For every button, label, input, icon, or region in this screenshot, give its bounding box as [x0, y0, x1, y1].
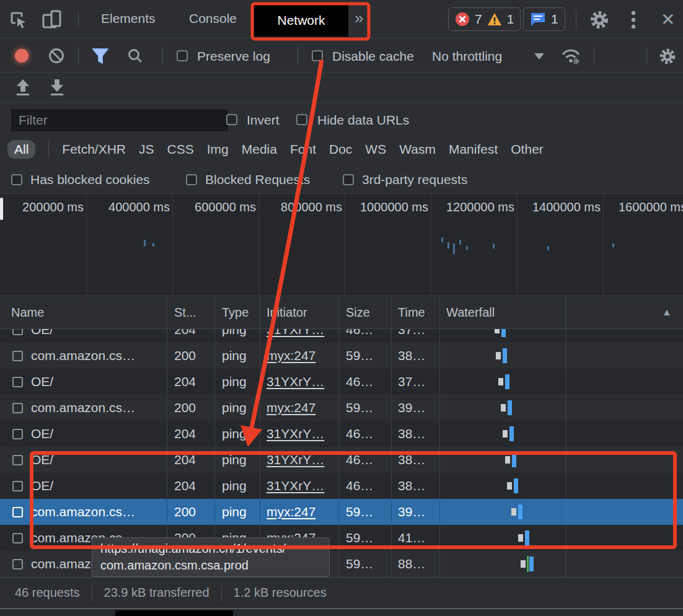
advanced-filter-3rd-party-requests[interactable]: 3rd-party requests: [343, 172, 467, 187]
checkbox[interactable]: [186, 174, 197, 185]
initiator-link[interactable]: myx:247: [267, 504, 315, 519]
filter-input[interactable]: [11, 109, 228, 131]
timeline-overview[interactable]: 200000 ms400000 ms600000 ms800000 ms1000…: [0, 194, 683, 296]
initiator-link[interactable]: 31YXrY…: [267, 426, 324, 441]
waterfall-download-bar: [514, 478, 518, 493]
cell-type: ping: [215, 473, 260, 499]
cell-type: ping: [215, 329, 260, 343]
waterfall-waiting-bar: [518, 534, 523, 542]
type-filter-manifest[interactable]: Manifest: [449, 142, 498, 157]
type-filter-js[interactable]: JS: [139, 142, 154, 157]
checkbox[interactable]: [11, 174, 22, 185]
throttling-dropdown-arrow-icon[interactable]: [534, 53, 544, 59]
cell-waterfall: [440, 421, 683, 447]
row-checkbox[interactable]: [12, 329, 23, 335]
disable-cache-checkbox[interactable]: [312, 50, 323, 61]
resources-size: 1.2 kB resources: [234, 586, 327, 600]
overview-activity-mark: [459, 240, 461, 245]
tab-network[interactable]: Network: [254, 4, 348, 37]
funnel-filter-icon[interactable]: [91, 48, 110, 64]
device-toolbar-icon[interactable]: [41, 9, 64, 31]
hide-data-urls-checkbox[interactable]: [296, 114, 307, 125]
type-filter-wasm[interactable]: Wasm: [399, 142, 436, 157]
more-tabs-chevron-icon[interactable]: »: [355, 9, 363, 28]
cell-value: ping: [222, 348, 247, 363]
preserve-log-checkbox[interactable]: [177, 50, 188, 61]
table-row[interactable]: com.amazon.cs…200pingmyx:24759…39…: [0, 395, 683, 421]
overview-gridline: [345, 194, 345, 296]
cell-waterfall: [440, 395, 683, 421]
column-header-status[interactable]: St...: [167, 296, 215, 328]
type-filter-font[interactable]: Font: [290, 142, 316, 157]
network-conditions-icon[interactable]: [561, 48, 581, 65]
network-settings-gear-icon[interactable]: [658, 47, 677, 66]
messages-badge[interactable]: 1: [523, 7, 565, 31]
sort-indicator-icon[interactable]: ▲: [662, 307, 672, 318]
type-filter-ws[interactable]: WS: [365, 142, 386, 157]
initiator-link[interactable]: myx:247: [267, 400, 315, 415]
cell-status: 204: [167, 421, 215, 447]
row-checkbox[interactable]: [12, 481, 23, 491]
row-checkbox[interactable]: [12, 533, 23, 543]
row-checkbox[interactable]: [12, 507, 23, 517]
row-checkbox[interactable]: [12, 429, 23, 439]
search-icon[interactable]: [127, 48, 144, 64]
initiator-link[interactable]: 31YXrY…: [267, 374, 324, 389]
tab-elements[interactable]: Elements: [101, 11, 156, 26]
table-row[interactable]: com.amazon.cs…200pingmyx:24759…39…: [0, 499, 683, 525]
initiator-link[interactable]: myx:247: [267, 348, 315, 363]
column-header-type[interactable]: Type: [215, 296, 260, 328]
table-row[interactable]: OE/204ping31YXrY…46…37…: [0, 329, 683, 343]
tab-console[interactable]: Console: [189, 11, 237, 26]
cell-time: 39…: [392, 499, 440, 525]
row-checkbox[interactable]: [12, 559, 23, 570]
waterfall-waiting-bar: [496, 352, 501, 359]
cell-initiator: 31YXrY…: [260, 421, 339, 447]
close-icon[interactable]: ✕: [661, 9, 675, 30]
settings-gear-icon[interactable]: [589, 9, 610, 30]
three-dots-menu-icon[interactable]: [630, 11, 637, 29]
issues-badge[interactable]: 7 1: [448, 7, 521, 31]
cell-status: 200: [167, 395, 215, 421]
type-filter-fetch-xhr[interactable]: Fetch/XHR: [62, 142, 126, 157]
table-row[interactable]: com.amazon.cs…200pingmyx:24759…38…: [0, 343, 683, 369]
inspect-cursor-icon[interactable]: [9, 10, 30, 31]
row-checkbox[interactable]: [12, 377, 23, 387]
export-har-icon[interactable]: [48, 78, 66, 97]
invert-checkbox[interactable]: [226, 114, 237, 125]
initiator-link[interactable]: 31YXrY…: [267, 452, 324, 467]
advanced-filter-has-blocked-cookies[interactable]: Has blocked cookies: [11, 172, 150, 187]
type-filter-img[interactable]: Img: [207, 142, 229, 157]
initiator-link[interactable]: 31YXrY…: [267, 329, 324, 337]
checkbox[interactable]: [343, 174, 354, 185]
type-filter-all[interactable]: All: [7, 140, 35, 159]
import-har-icon[interactable]: [14, 78, 32, 97]
row-checkbox[interactable]: [12, 455, 23, 465]
type-filter-other[interactable]: Other: [511, 142, 544, 157]
overview-activity-mark: [441, 237, 443, 242]
column-header-time[interactable]: Time: [392, 296, 440, 328]
column-header-initiator[interactable]: Initiator: [260, 296, 339, 328]
table-row[interactable]: OE/204ping31YXrY…46…38…: [0, 421, 683, 447]
cell-value: ping: [222, 504, 247, 519]
advanced-filters-row: Has blocked cookiesBlocked Requests3rd-p…: [0, 164, 683, 194]
row-checkbox[interactable]: [12, 351, 23, 361]
waterfall-download-bar: [505, 374, 509, 389]
type-filter-css[interactable]: CSS: [167, 142, 194, 157]
table-row[interactable]: OE/204ping31YXrY…46…38…: [0, 447, 683, 473]
advanced-filter-blocked-requests[interactable]: Blocked Requests: [186, 172, 310, 187]
column-header-size[interactable]: Size: [339, 296, 392, 328]
table-row[interactable]: OE/204ping31YXrY…46…37…: [0, 369, 683, 395]
column-header-waterfall[interactable]: Waterfall: [440, 296, 683, 328]
type-filter-media[interactable]: Media: [242, 142, 277, 157]
table-row[interactable]: OE/204ping31YXrY…46…38…: [0, 473, 683, 499]
record-icon[interactable]: [15, 49, 29, 63]
cell-value: 41…: [398, 530, 425, 545]
column-header-name[interactable]: Name: [0, 296, 167, 328]
cell-size: 59…: [339, 395, 392, 421]
clear-icon[interactable]: [48, 48, 64, 64]
type-filter-doc[interactable]: Doc: [329, 142, 352, 157]
initiator-link[interactable]: 31YXrY…: [267, 478, 324, 493]
throttling-select[interactable]: No throttling: [432, 49, 502, 64]
row-checkbox[interactable]: [12, 403, 23, 413]
